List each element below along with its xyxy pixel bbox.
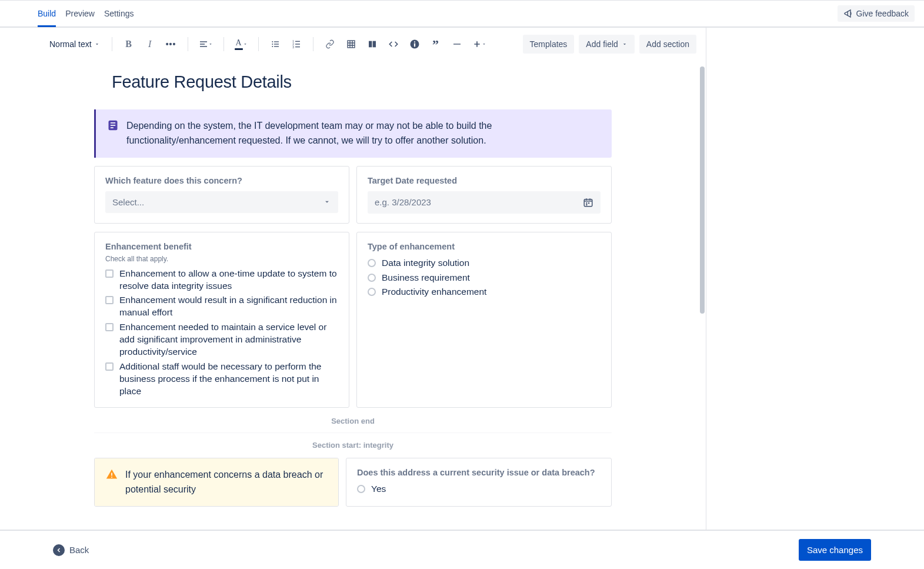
radio-list: Data integrity solution Business require… [368, 257, 601, 299]
main-area: Normal text B I ••• A [0, 28, 924, 530]
code-icon [389, 39, 398, 49]
field-warning-panel[interactable]: If your enhancement concerns a data brea… [94, 458, 339, 507]
more-icon: ••• [166, 39, 176, 49]
link-icon [325, 39, 335, 49]
radio-label: Business requirement [382, 272, 470, 284]
svg-rect-18 [453, 44, 461, 44]
more-formatting-button[interactable]: ••• [162, 35, 181, 54]
header-row: Build Preview Settings Give feedback [0, 1, 924, 28]
scrollbar-thumb[interactable] [700, 66, 705, 314]
numbered-list-icon: 123 [292, 39, 301, 49]
templates-button[interactable]: Templates [523, 35, 575, 54]
tab-preview[interactable]: Preview [65, 1, 95, 27]
svg-point-1 [272, 44, 273, 45]
field-label: Target Date requested [368, 176, 601, 185]
quote-button[interactable]: ” [426, 35, 445, 54]
svg-rect-22 [111, 127, 114, 128]
checkbox-item[interactable]: Enhancement needed to maintain a service… [105, 321, 338, 358]
tab-build[interactable]: Build [38, 1, 56, 27]
link-button[interactable] [321, 35, 339, 54]
checkbox-icon [105, 269, 114, 278]
save-changes-button[interactable]: Save changes [799, 539, 871, 561]
text-color-icon: A [235, 38, 243, 50]
field-feature-concern[interactable]: Which feature does this concern? Select.… [94, 166, 349, 224]
tab-settings[interactable]: Settings [104, 1, 134, 27]
radio-list: Yes [357, 483, 601, 495]
layout-button[interactable] [363, 35, 382, 54]
section-start-name: integrity [363, 441, 393, 450]
bold-button[interactable]: B [119, 35, 138, 54]
section-divider: Section end Section start: integrity [94, 416, 612, 450]
give-feedback-button[interactable]: Give feedback [838, 5, 915, 22]
checkbox-label: Enhancement would result in a significan… [119, 294, 338, 319]
svg-rect-12 [348, 41, 355, 48]
section-start-prefix: Section start: [312, 441, 363, 450]
checkbox-item[interactable]: Enhancement would result in a significan… [105, 294, 338, 319]
chevron-down-icon [482, 42, 486, 46]
warning-panel-text: If your enhancement concerns a data brea… [125, 468, 328, 497]
radio-icon [357, 485, 365, 493]
footer: Back Save changes [0, 530, 924, 569]
section-end-label: Section end [331, 417, 375, 425]
radio-item[interactable]: Business requirement [368, 272, 601, 284]
numbered-list-button[interactable]: 123 [287, 35, 306, 54]
checkbox-item[interactable]: Additional staff would be necessary to p… [105, 361, 338, 398]
info-panel[interactable]: Depending on the system, the IT developm… [94, 109, 612, 158]
radio-item[interactable]: Data integrity solution [368, 257, 601, 269]
tabs: Build Preview Settings [38, 1, 134, 26]
field-label: Which feature does this concern? [105, 176, 338, 185]
chevron-down-icon [323, 198, 331, 206]
tab-label: Settings [104, 9, 134, 18]
bullet-list-button[interactable] [266, 35, 285, 54]
svg-rect-3 [274, 41, 279, 42]
back-label: Back [69, 545, 89, 555]
radio-item[interactable]: Productivity enhancement [368, 286, 601, 298]
field-label: Enhancement benefit [105, 242, 338, 251]
side-panel [706, 28, 924, 530]
svg-rect-11 [295, 46, 300, 47]
layout-icon [368, 39, 377, 49]
add-field-dropdown[interactable]: Add field [579, 35, 634, 54]
checkbox-label: Enhancement needed to maintain a service… [119, 321, 338, 358]
plus-icon [472, 39, 482, 49]
radio-label: Productivity enhancement [382, 286, 486, 298]
radio-item[interactable]: Yes [357, 483, 601, 495]
checkbox-icon [105, 323, 114, 331]
back-button[interactable]: Back [53, 544, 89, 556]
editor-toolbar: Normal text B I ••• A [0, 28, 706, 61]
svg-point-16 [413, 41, 415, 42]
scrollbar-track [700, 66, 705, 524]
svg-rect-28 [111, 477, 112, 478]
field-enhancement-benefit[interactable]: Enhancement benefit Check all that apply… [94, 232, 349, 408]
add-section-button[interactable]: Add section [639, 35, 696, 54]
field-enhancement-type[interactable]: Type of enhancement Data integrity solut… [356, 232, 612, 408]
toolbar-separator [188, 37, 188, 51]
select-input[interactable]: Select... [105, 191, 338, 213]
radio-label: Data integrity solution [382, 257, 469, 269]
text-style-dropdown[interactable]: Normal text [45, 35, 105, 54]
date-input[interactable]: e.g. 3/28/2023 [368, 191, 601, 214]
code-button[interactable] [384, 35, 403, 54]
italic-button[interactable]: I [141, 35, 159, 54]
chevron-down-icon [243, 42, 248, 46]
radio-label: Yes [371, 483, 386, 495]
svg-text:3: 3 [292, 46, 294, 49]
divider-button[interactable] [448, 35, 466, 54]
svg-rect-26 [586, 204, 587, 205]
table-button[interactable] [342, 35, 361, 54]
radio-icon [368, 274, 376, 282]
info-panel-button[interactable] [405, 35, 424, 54]
svg-rect-9 [295, 41, 300, 42]
align-dropdown[interactable] [195, 35, 216, 54]
document-title[interactable]: Feature Request Details [112, 72, 612, 92]
editor-scroll[interactable]: Feature Request Details Depending on the… [0, 61, 706, 530]
svg-rect-24 [586, 202, 587, 204]
field-security-question[interactable]: Does this address a current security iss… [346, 458, 612, 507]
checkbox-item[interactable]: Enhancement to allow a one-time update t… [105, 268, 338, 292]
radio-icon [368, 259, 376, 267]
text-color-dropdown[interactable]: A [231, 35, 251, 54]
chevron-down-icon [622, 41, 628, 47]
field-help: Check all that apply. [105, 255, 338, 263]
insert-dropdown[interactable] [469, 35, 490, 54]
field-target-date[interactable]: Target Date requested e.g. 3/28/2023 [356, 166, 612, 224]
